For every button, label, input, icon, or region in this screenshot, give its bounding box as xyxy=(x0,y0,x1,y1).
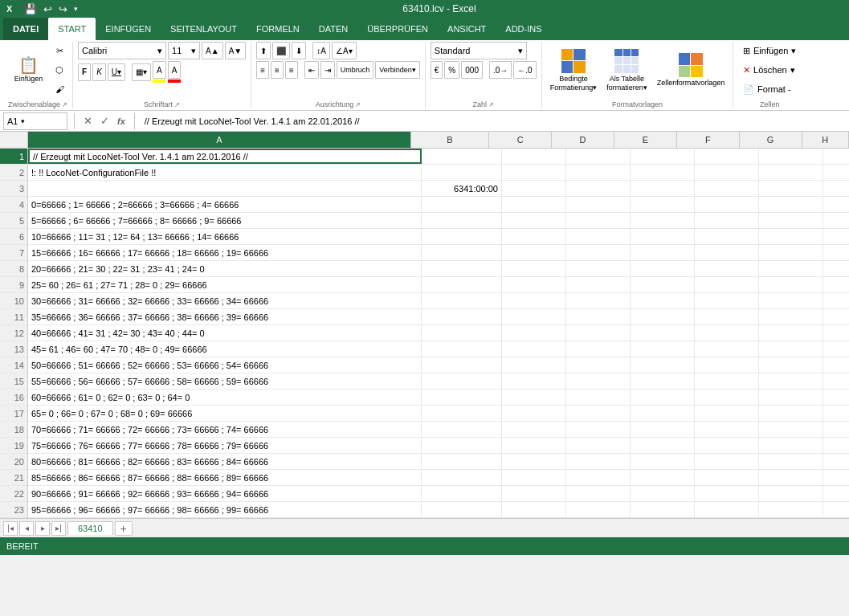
cell-c2[interactable] xyxy=(502,165,566,180)
tab-start[interactable]: START xyxy=(48,18,96,40)
cell-b6[interactable] xyxy=(422,229,502,244)
cell-b21[interactable] xyxy=(422,470,502,485)
cell-b10[interactable] xyxy=(422,293,502,308)
cell-c22[interactable] xyxy=(502,486,566,501)
cell-c5[interactable] xyxy=(502,213,566,228)
delete-cells-btn[interactable]: ✕ Löschen ▾ xyxy=(740,61,798,79)
cell-b7[interactable] xyxy=(422,245,502,260)
cell-c10[interactable] xyxy=(502,293,566,308)
cell-d5[interactable] xyxy=(566,213,631,228)
cell-e6[interactable] xyxy=(631,229,695,244)
cell-e2[interactable] xyxy=(631,165,695,180)
percent-btn[interactable]: % xyxy=(444,61,459,79)
cell-h23[interactable] xyxy=(823,502,849,517)
cell-a13[interactable]: 45= 61 ; 46= 60 ; 47= 70 ; 48= 0 ; 49= 6… xyxy=(28,341,422,357)
cell-b4[interactable] xyxy=(422,197,502,212)
align-center-btn[interactable]: ≡ xyxy=(271,61,284,79)
cell-g12[interactable] xyxy=(759,325,823,341)
row-num-8[interactable]: 8 xyxy=(0,261,27,277)
cell-a16[interactable]: 60=66666 ; 61= 0 ; 62= 0 ; 63= 0 ; 64= 0 xyxy=(28,390,422,405)
cell-b22[interactable] xyxy=(422,486,502,501)
cell-e16[interactable] xyxy=(631,390,695,405)
cell-f17[interactable] xyxy=(695,406,759,421)
cell-h17[interactable] xyxy=(823,406,849,421)
cell-g15[interactable] xyxy=(759,373,823,389)
cell-d4[interactable] xyxy=(566,197,631,212)
cell-g14[interactable] xyxy=(759,357,823,373)
cell-f16[interactable] xyxy=(695,390,759,405)
conditional-format-btn[interactable]: BedingteFormatierung▾ xyxy=(547,46,601,96)
cell-g19[interactable] xyxy=(759,438,823,453)
format-cells-btn[interactable]: 📄 Format - xyxy=(740,80,794,98)
cell-h20[interactable] xyxy=(823,454,849,469)
wrap-text-btn[interactable]: Umbruch xyxy=(337,61,374,79)
cell-g11[interactable] xyxy=(759,309,823,324)
tab-einfuegen[interactable]: EINFÜGEN xyxy=(96,18,161,40)
cell-f18[interactable] xyxy=(695,422,759,437)
col-header-c[interactable]: C xyxy=(489,132,552,148)
row-num-12[interactable]: 12 xyxy=(0,325,27,341)
cell-g10[interactable] xyxy=(759,293,823,308)
cell-h14[interactable] xyxy=(823,357,849,373)
cell-e5[interactable] xyxy=(631,213,695,228)
merge-btn[interactable]: Verbinden▾ xyxy=(375,61,420,79)
cell-a5[interactable]: 5=66666 ; 6= 66666 ; 7=66666 ; 8= 66666 … xyxy=(28,213,422,228)
row-num-3[interactable]: 3 xyxy=(0,181,27,197)
cell-c8[interactable] xyxy=(502,261,566,276)
align-left-btn[interactable]: ≡ xyxy=(256,61,269,79)
format-painter-button[interactable]: 🖌 xyxy=(52,80,67,98)
insert-function-icon[interactable]: fx xyxy=(115,116,128,127)
tab-seitenlayout[interactable]: SEITENLAYOUT xyxy=(161,18,247,40)
cell-b8[interactable] xyxy=(422,261,502,276)
cell-g7[interactable] xyxy=(759,245,823,260)
formula-content[interactable]: // Erzeugt mit LocoNet-Tool Ver. 1.4.1 a… xyxy=(141,116,846,126)
font-size-dropdown[interactable]: 11 ▾ xyxy=(168,42,200,59)
cell-g8[interactable] xyxy=(759,261,823,276)
font-decrease-btn[interactable]: A▼ xyxy=(225,42,247,59)
cell-f7[interactable] xyxy=(695,245,759,260)
paste-button[interactable]: 📋 Einfügen xyxy=(9,55,49,84)
cell-b13[interactable] xyxy=(422,341,502,357)
cell-e21[interactable] xyxy=(631,470,695,485)
border-button[interactable]: ▦▾ xyxy=(132,63,151,81)
row-num-23[interactable]: 23 xyxy=(0,502,27,518)
cell-a23[interactable]: 95=66666 ; 96= 66666 ; 97= 66666 ; 98= 6… xyxy=(28,502,422,517)
cell-b9[interactable] xyxy=(422,277,502,292)
cell-g4[interactable] xyxy=(759,197,823,212)
cell-d11[interactable] xyxy=(566,309,631,324)
cell-d22[interactable] xyxy=(566,486,631,501)
cell-c20[interactable] xyxy=(502,454,566,469)
row-num-16[interactable]: 16 xyxy=(0,390,27,406)
cell-f14[interactable] xyxy=(695,357,759,373)
thousands-btn[interactable]: 000 xyxy=(461,61,483,79)
align-top-btn[interactable]: ⬆ xyxy=(256,42,271,59)
cell-e18[interactable] xyxy=(631,422,695,437)
cell-f6[interactable] xyxy=(695,229,759,244)
cell-c17[interactable] xyxy=(502,406,566,421)
copy-button[interactable]: ⬡ xyxy=(52,61,67,79)
col-header-a[interactable]: A xyxy=(28,132,411,148)
cell-a22[interactable]: 90=66666 ; 91= 66666 ; 92= 66666 ; 93= 6… xyxy=(28,486,422,501)
cell-c12[interactable] xyxy=(502,325,566,341)
cell-a6[interactable]: 10=66666 ; 11= 31 ; 12= 64 ; 13= 66666 ;… xyxy=(28,229,422,244)
currency-btn[interactable]: € xyxy=(431,61,443,79)
row-num-1[interactable]: 1 xyxy=(0,149,27,165)
cell-g1[interactable] xyxy=(759,149,823,164)
cell-b14[interactable] xyxy=(422,357,502,373)
cell-e9[interactable] xyxy=(631,277,695,292)
cell-ref-arrow[interactable]: ▾ xyxy=(21,117,25,125)
font-color-btn[interactable]: A xyxy=(168,61,182,79)
cell-e8[interactable] xyxy=(631,261,695,276)
cell-e13[interactable] xyxy=(631,341,695,357)
font-expand-icon[interactable]: ↗ xyxy=(174,101,180,108)
cell-f22[interactable] xyxy=(695,486,759,501)
cell-b16[interactable] xyxy=(422,390,502,405)
fill-color-btn[interactable]: A xyxy=(153,61,166,79)
cell-h16[interactable] xyxy=(823,390,849,405)
cell-c21[interactable] xyxy=(502,470,566,485)
cell-c14[interactable] xyxy=(502,357,566,373)
cell-a7[interactable]: 15=66666 ; 16= 66666 ; 17= 66666 ; 18= 6… xyxy=(28,245,422,260)
cell-h2[interactable] xyxy=(823,165,849,180)
cell-h6[interactable] xyxy=(823,229,849,244)
cell-f23[interactable] xyxy=(695,502,759,517)
